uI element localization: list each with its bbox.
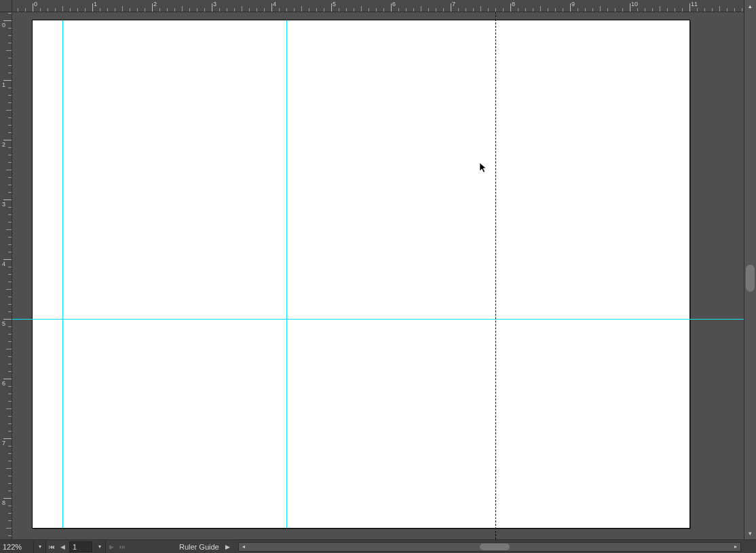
scroll-corner [744, 541, 756, 553]
ruler-v-label: 4 [2, 261, 5, 267]
ruler-v-label: 3 [2, 201, 5, 208]
ruler-v-label: 2 [2, 141, 5, 148]
ruler-v-label: 8 [2, 499, 5, 506]
ruler-h-label: 7 [452, 1, 455, 7]
first-page-button[interactable]: ⏮ [46, 541, 57, 553]
ruler-h-label: 5 [333, 1, 336, 7]
horizontal-scrollbar[interactable]: ◂ ▸ [238, 542, 741, 552]
scroll-up-icon[interactable]: ▴ [744, 0, 756, 12]
ruler-h-label: 1 [94, 1, 97, 7]
status-bar: 122% ▾ ⏮ ◀ 1 ▾ ▶ ⏭ Ruler Guide ▶ ◂ ▸ [0, 539, 756, 553]
ruler-origin-corner[interactable] [0, 0, 12, 12]
ruler-h-label: 4 [273, 1, 276, 7]
horizontal-guide[interactable] [12, 319, 744, 320]
prev-page-button[interactable]: ◀ [57, 541, 68, 553]
ruler-v-label: 7 [2, 440, 5, 446]
ruler-h-label: 2 [153, 1, 157, 7]
ruler-h-label: 3 [213, 1, 216, 7]
vertical-guide[interactable] [286, 20, 287, 528]
scroll-left-icon[interactable]: ◂ [239, 543, 248, 551]
ruler-h-label: 0 [34, 1, 37, 7]
pasteboard[interactable] [12, 12, 744, 539]
ruler-h-label: 11 [691, 1, 698, 7]
ruler-h-label: 6 [392, 1, 396, 7]
ruler-v-label: 5 [2, 320, 5, 327]
last-page-button[interactable]: ⏭ [117, 541, 128, 553]
vertical-ruler[interactable]: 012345678 [0, 12, 12, 539]
zoom-value: 122% [3, 541, 22, 553]
vertical-guide[interactable] [62, 20, 63, 528]
horizontal-scroll-thumb[interactable] [480, 544, 510, 550]
page-dropdown-icon[interactable]: ▾ [94, 541, 106, 553]
ruler-h-label: 9 [571, 1, 575, 7]
ruler-v-label: 6 [2, 380, 5, 387]
horizontal-ruler[interactable]: 01234567891011 [12, 0, 744, 12]
ruler-v-label: 0 [2, 22, 5, 28]
status-expand-icon[interactable]: ▶ [223, 544, 233, 550]
ruler-h-label: 10 [631, 1, 638, 7]
page-number-field[interactable]: 1 [69, 541, 92, 552]
scroll-right-icon[interactable]: ▸ [731, 543, 740, 551]
status-tool-label: Ruler Guide [175, 543, 223, 551]
vertical-scroll-thumb[interactable] [746, 265, 755, 292]
scroll-down-icon[interactable]: ▾ [744, 527, 756, 539]
vertical-scrollbar[interactable]: ▴ ▾ [744, 0, 756, 539]
next-page-button[interactable]: ▶ [106, 541, 117, 553]
zoom-dropdown-icon[interactable]: ▾ [34, 541, 46, 553]
ruler-h-label: 8 [512, 1, 515, 7]
document-page[interactable] [33, 20, 689, 528]
dragging-vertical-guide[interactable] [495, 12, 496, 539]
page-number-value: 1 [73, 543, 77, 551]
zoom-field[interactable]: 122% [0, 541, 34, 553]
ruler-v-label: 1 [2, 81, 5, 88]
